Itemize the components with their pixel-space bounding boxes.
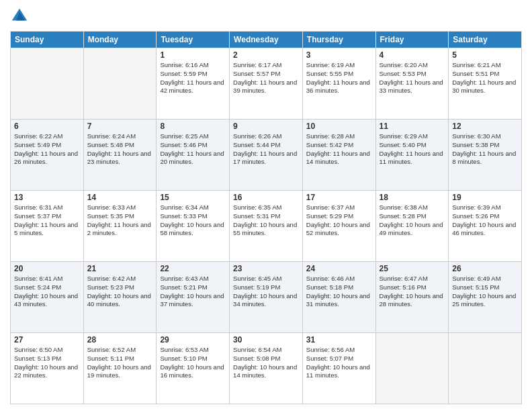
calendar-cell: 12Sunrise: 6:30 AMSunset: 5:38 PMDayligh… bbox=[449, 120, 522, 191]
calendar-cell: 2Sunrise: 6:17 AMSunset: 5:57 PMDaylight… bbox=[230, 48, 303, 120]
calendar-cell: 28Sunrise: 6:52 AMSunset: 5:11 PMDayligh… bbox=[83, 333, 157, 404]
calendar-cell: 31Sunrise: 6:56 AMSunset: 5:07 PMDayligh… bbox=[302, 333, 375, 404]
day-number: 27 bbox=[14, 335, 80, 345]
calendar-cell: 7Sunrise: 6:24 AMSunset: 5:48 PMDaylight… bbox=[83, 120, 157, 191]
day-info: Sunrise: 6:22 AMSunset: 5:49 PMDaylight:… bbox=[14, 132, 80, 167]
day-number: 1 bbox=[160, 50, 226, 60]
calendar-cell: 14Sunrise: 6:33 AMSunset: 5:35 PMDayligh… bbox=[83, 191, 157, 262]
day-number: 24 bbox=[306, 264, 372, 273]
calendar-cell: 15Sunrise: 6:34 AMSunset: 5:33 PMDayligh… bbox=[157, 191, 230, 262]
calendar-cell: 30Sunrise: 6:54 AMSunset: 5:08 PMDayligh… bbox=[230, 333, 303, 404]
day-number: 15 bbox=[160, 193, 226, 202]
weekday-header-friday: Friday bbox=[375, 32, 449, 48]
calendar-cell: 9Sunrise: 6:26 AMSunset: 5:44 PMDaylight… bbox=[230, 120, 303, 191]
day-info: Sunrise: 6:45 AMSunset: 5:19 PMDaylight:… bbox=[233, 275, 299, 309]
calendar-cell: 3Sunrise: 6:19 AMSunset: 5:55 PMDaylight… bbox=[302, 48, 375, 120]
calendar-cell: 22Sunrise: 6:43 AMSunset: 5:21 PMDayligh… bbox=[157, 262, 230, 333]
calendar-week-row: 13Sunrise: 6:31 AMSunset: 5:37 PMDayligh… bbox=[11, 191, 522, 262]
logo bbox=[10, 7, 32, 26]
calendar-cell: 23Sunrise: 6:45 AMSunset: 5:19 PMDayligh… bbox=[230, 262, 303, 333]
weekday-header-monday: Monday bbox=[83, 32, 157, 48]
day-info: Sunrise: 6:43 AMSunset: 5:21 PMDaylight:… bbox=[160, 275, 226, 309]
calendar-cell: 20Sunrise: 6:41 AMSunset: 5:24 PMDayligh… bbox=[11, 262, 84, 333]
calendar-cell: 27Sunrise: 6:50 AMSunset: 5:13 PMDayligh… bbox=[11, 333, 84, 404]
calendar-week-row: 6Sunrise: 6:22 AMSunset: 5:49 PMDaylight… bbox=[11, 120, 522, 191]
page: SundayMondayTuesdayWednesdayThursdayFrid… bbox=[0, 0, 532, 411]
logo-icon bbox=[10, 7, 29, 26]
day-info: Sunrise: 6:39 AMSunset: 5:26 PMDaylight:… bbox=[452, 203, 518, 238]
calendar-table: SundayMondayTuesdayWednesdayThursdayFrid… bbox=[10, 31, 522, 404]
day-number: 22 bbox=[160, 264, 226, 273]
calendar-cell: 21Sunrise: 6:42 AMSunset: 5:23 PMDayligh… bbox=[83, 262, 157, 333]
day-number: 20 bbox=[14, 264, 80, 273]
day-number: 6 bbox=[14, 122, 80, 131]
day-number: 7 bbox=[87, 122, 153, 131]
weekday-header-wednesday: Wednesday bbox=[230, 32, 303, 48]
day-info: Sunrise: 6:21 AMSunset: 5:51 PMDaylight:… bbox=[452, 61, 518, 95]
calendar-cell: 29Sunrise: 6:53 AMSunset: 5:10 PMDayligh… bbox=[157, 333, 230, 404]
day-info: Sunrise: 6:31 AMSunset: 5:37 PMDaylight:… bbox=[14, 203, 80, 238]
day-number: 9 bbox=[233, 122, 299, 131]
calendar-cell: 11Sunrise: 6:29 AMSunset: 5:40 PMDayligh… bbox=[375, 120, 449, 191]
day-info: Sunrise: 6:37 AMSunset: 5:29 PMDaylight:… bbox=[306, 203, 372, 238]
calendar-cell: 13Sunrise: 6:31 AMSunset: 5:37 PMDayligh… bbox=[11, 191, 84, 262]
day-number: 21 bbox=[87, 264, 153, 273]
day-info: Sunrise: 6:42 AMSunset: 5:23 PMDaylight:… bbox=[87, 275, 153, 309]
day-info: Sunrise: 6:20 AMSunset: 5:53 PMDaylight:… bbox=[380, 61, 445, 95]
calendar-week-row: 1Sunrise: 6:16 AMSunset: 5:59 PMDaylight… bbox=[11, 48, 522, 120]
weekday-header-tuesday: Tuesday bbox=[157, 32, 230, 48]
day-number: 12 bbox=[452, 122, 518, 131]
day-number: 25 bbox=[380, 264, 445, 273]
day-info: Sunrise: 6:47 AMSunset: 5:16 PMDaylight:… bbox=[380, 275, 445, 309]
day-info: Sunrise: 6:53 AMSunset: 5:10 PMDaylight:… bbox=[160, 346, 226, 380]
day-info: Sunrise: 6:41 AMSunset: 5:24 PMDaylight:… bbox=[14, 275, 80, 309]
day-info: Sunrise: 6:24 AMSunset: 5:48 PMDaylight:… bbox=[87, 132, 153, 167]
day-info: Sunrise: 6:34 AMSunset: 5:33 PMDaylight:… bbox=[160, 203, 226, 238]
weekday-header-saturday: Saturday bbox=[449, 32, 522, 48]
day-number: 31 bbox=[306, 335, 372, 345]
day-info: Sunrise: 6:56 AMSunset: 5:07 PMDaylight:… bbox=[306, 346, 372, 380]
day-number: 29 bbox=[160, 335, 226, 345]
day-number: 17 bbox=[306, 193, 372, 202]
day-info: Sunrise: 6:29 AMSunset: 5:40 PMDaylight:… bbox=[380, 132, 445, 167]
day-number: 19 bbox=[452, 193, 518, 202]
day-info: Sunrise: 6:52 AMSunset: 5:11 PMDaylight:… bbox=[87, 346, 153, 380]
calendar-cell: 25Sunrise: 6:47 AMSunset: 5:16 PMDayligh… bbox=[375, 262, 449, 333]
calendar-cell: 4Sunrise: 6:20 AMSunset: 5:53 PMDaylight… bbox=[375, 48, 449, 120]
calendar-cell bbox=[11, 48, 84, 120]
day-info: Sunrise: 6:28 AMSunset: 5:42 PMDaylight:… bbox=[306, 132, 372, 167]
day-info: Sunrise: 6:25 AMSunset: 5:46 PMDaylight:… bbox=[160, 132, 226, 167]
weekday-header-thursday: Thursday bbox=[302, 32, 375, 48]
calendar-cell: 16Sunrise: 6:35 AMSunset: 5:31 PMDayligh… bbox=[230, 191, 303, 262]
calendar-cell: 19Sunrise: 6:39 AMSunset: 5:26 PMDayligh… bbox=[449, 191, 522, 262]
day-info: Sunrise: 6:17 AMSunset: 5:57 PMDaylight:… bbox=[233, 61, 299, 95]
day-number: 2 bbox=[233, 50, 299, 60]
day-number: 16 bbox=[233, 193, 299, 202]
day-info: Sunrise: 6:30 AMSunset: 5:38 PMDaylight:… bbox=[452, 132, 518, 167]
day-info: Sunrise: 6:16 AMSunset: 5:59 PMDaylight:… bbox=[160, 61, 226, 95]
calendar-cell: 8Sunrise: 6:25 AMSunset: 5:46 PMDaylight… bbox=[157, 120, 230, 191]
calendar-week-row: 20Sunrise: 6:41 AMSunset: 5:24 PMDayligh… bbox=[11, 262, 522, 333]
day-info: Sunrise: 6:26 AMSunset: 5:44 PMDaylight:… bbox=[233, 132, 299, 167]
day-info: Sunrise: 6:49 AMSunset: 5:15 PMDaylight:… bbox=[452, 275, 518, 309]
header bbox=[10, 7, 522, 26]
day-number: 28 bbox=[87, 335, 153, 345]
calendar-cell: 5Sunrise: 6:21 AMSunset: 5:51 PMDaylight… bbox=[449, 48, 522, 120]
day-info: Sunrise: 6:33 AMSunset: 5:35 PMDaylight:… bbox=[87, 203, 153, 238]
day-number: 11 bbox=[380, 122, 445, 131]
day-number: 10 bbox=[306, 122, 372, 131]
calendar-cell bbox=[375, 333, 449, 404]
calendar-cell: 18Sunrise: 6:38 AMSunset: 5:28 PMDayligh… bbox=[375, 191, 449, 262]
day-info: Sunrise: 6:46 AMSunset: 5:18 PMDaylight:… bbox=[306, 275, 372, 309]
day-number: 30 bbox=[233, 335, 299, 345]
day-info: Sunrise: 6:54 AMSunset: 5:08 PMDaylight:… bbox=[233, 346, 299, 380]
calendar-cell: 6Sunrise: 6:22 AMSunset: 5:49 PMDaylight… bbox=[11, 120, 84, 191]
calendar-cell bbox=[83, 48, 157, 120]
calendar-cell: 24Sunrise: 6:46 AMSunset: 5:18 PMDayligh… bbox=[302, 262, 375, 333]
day-info: Sunrise: 6:50 AMSunset: 5:13 PMDaylight:… bbox=[14, 346, 80, 380]
calendar-week-row: 27Sunrise: 6:50 AMSunset: 5:13 PMDayligh… bbox=[11, 333, 522, 404]
calendar-cell: 1Sunrise: 6:16 AMSunset: 5:59 PMDaylight… bbox=[157, 48, 230, 120]
day-number: 5 bbox=[452, 50, 518, 60]
calendar-cell: 26Sunrise: 6:49 AMSunset: 5:15 PMDayligh… bbox=[449, 262, 522, 333]
day-number: 4 bbox=[380, 50, 445, 60]
